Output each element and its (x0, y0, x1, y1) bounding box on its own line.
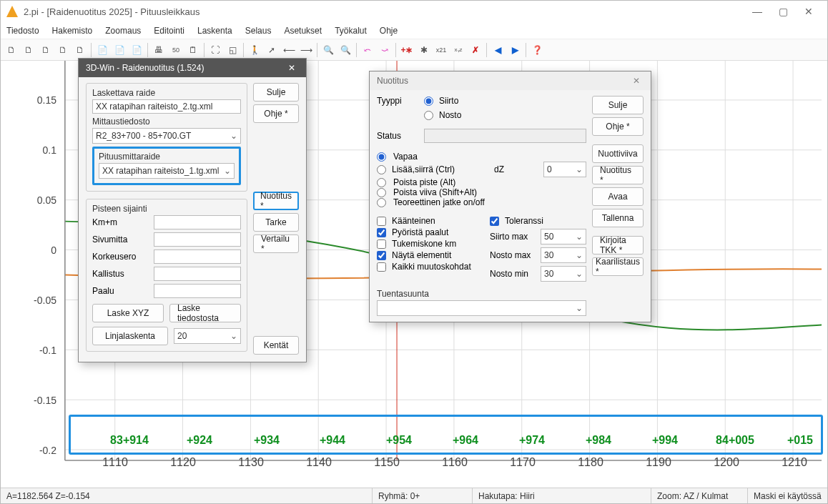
dialog-nuotitus[interactable]: Nuotitus ✕ Tyyppi Siirto Nosto Status Va… (369, 71, 651, 322)
button-lasketied[interactable]: Laske tiedostosta (169, 304, 241, 322)
button-sulje[interactable]: Sulje (592, 96, 644, 114)
tool-redo-icon[interactable]: ⤻ (377, 42, 393, 58)
tool-arrow-right-icon[interactable]: ⟶ (298, 42, 314, 58)
dialog-raidenuotitus[interactable]: 3D-Win - Raidenuotitus (1.524) ✕ Laskett… (78, 58, 307, 362)
radio-siirto[interactable]: Siirto (424, 96, 458, 106)
tool-page2-icon[interactable]: 📄 (112, 42, 127, 58)
tool-doc2-icon[interactable]: 🗋 (72, 42, 88, 58)
tool-doc-icon[interactable]: 🗋 (55, 42, 71, 58)
select-nostomax[interactable]: 30 (541, 247, 586, 263)
radio-poistav[interactable]: Poista viiva (Shift+Alt) (377, 187, 586, 197)
input-kork[interactable] (154, 249, 241, 264)
tool-print-icon[interactable]: 🖶 (151, 42, 167, 58)
tool-cross-icon[interactable]: ✱ (416, 42, 432, 58)
dialog-title[interactable]: Nuotitus ✕ (370, 71, 651, 90)
close-button[interactable]: ✕ (796, 1, 822, 21)
label-sivu: Sivumitta (92, 234, 149, 244)
station: +974 (519, 434, 545, 447)
tool-check-icon[interactable]: ✗ (468, 42, 483, 58)
maximize-button[interactable]: ▢ (770, 1, 796, 21)
menubar: Tiedosto Hakemisto Zoomaus Editointi Las… (1, 22, 827, 39)
button-ohje[interactable]: Ohje * (592, 117, 644, 136)
input-kmm[interactable] (154, 215, 241, 229)
tool-page1-icon[interactable]: 📄 (94, 42, 110, 58)
menu-editointi[interactable]: Editointi (154, 26, 184, 36)
select-linja[interactable]: 20 (174, 328, 241, 344)
menu-tyokalut[interactable]: Työkalut (335, 26, 367, 36)
button-vertailu[interactable]: Vertailu * (253, 234, 299, 253)
button-kaarilistaus[interactable]: Kaarilistaus * (592, 257, 644, 276)
button-kirjoita-tkk[interactable]: Kirjoita TKK * (592, 236, 644, 255)
tool-undo-icon[interactable]: ⤺ (360, 42, 375, 58)
menu-zoomaus[interactable]: Zoomaus (105, 26, 141, 36)
tool-cal-icon[interactable]: 🗒 (185, 42, 201, 58)
check-tuke[interactable]: Tukemiskone km (377, 239, 486, 249)
button-avaa[interactable]: Avaa (592, 187, 644, 206)
tool-plus-icon[interactable]: +∗ (399, 42, 415, 58)
check-nayta[interactable]: Näytä elementit (377, 250, 486, 260)
select-tuent[interactable] (377, 300, 586, 316)
menu-selaus[interactable]: Selaus (245, 26, 272, 36)
close-icon[interactable]: ✕ (629, 76, 644, 86)
tool-arrow-up-icon[interactable]: ➚ (264, 42, 280, 58)
input-paalu[interactable] (154, 284, 241, 298)
minimize-button[interactable]: — (744, 1, 770, 21)
tool-arrow-left-icon[interactable]: ⟵ (281, 42, 297, 58)
button-sulje[interactable]: Sulje (253, 83, 299, 102)
close-icon[interactable]: ✕ (285, 63, 299, 73)
tool-zoom-in-icon[interactable]: 🔍 (337, 42, 353, 58)
tool-zoom-out-icon[interactable]: 🔍 (320, 42, 336, 58)
tool-fit-icon[interactable]: ⛶ (207, 42, 223, 58)
tool-new-icon[interactable]: 🗋 (4, 42, 19, 58)
button-tarke[interactable]: Tarke (253, 213, 299, 232)
radio-nosto[interactable]: Nosto (424, 110, 461, 120)
tool-select-icon[interactable]: ◱ (225, 42, 240, 58)
tool-x21-icon[interactable]: x21 (433, 42, 449, 58)
menu-laskenta[interactable]: Laskenta (197, 26, 232, 36)
check-pyor[interactable]: Pyöristä paalut (377, 227, 486, 237)
menu-asetukset[interactable]: Asetukset (284, 26, 322, 36)
tool-page3-icon[interactable]: 📄 (129, 42, 144, 58)
radio-lisaa[interactable]: Lisää,siirrä (Ctrl) (377, 164, 455, 174)
station: +954 (386, 434, 412, 447)
dialog-title[interactable]: 3D-Win - Raidenuotitus (1.524) ✕ (79, 59, 306, 77)
tool-xyz-icon[interactable]: xᵧz (450, 42, 466, 58)
check-tol[interactable]: Toleranssi (490, 216, 586, 226)
select-nostomin[interactable]: 30 (541, 266, 586, 282)
button-ohje[interactable]: Ohje * (253, 104, 299, 123)
button-nuottiviiva[interactable]: Nuottiviiva (592, 144, 644, 163)
select-dz[interactable]: 0 (543, 162, 586, 177)
dialog-title-text: 3D-Win - Raidenuotitus (1.524) (86, 63, 204, 73)
select-mittaus[interactable]: R2_83+700 - 85+700.GT (92, 128, 241, 144)
radio-vapaa[interactable]: Vapaa (377, 152, 586, 162)
station: 83+914 (110, 434, 149, 447)
button-kentat[interactable]: Kentät (253, 336, 299, 355)
input-sivu[interactable] (154, 232, 241, 247)
button-nuotitus[interactable]: Nuotitus * (592, 166, 644, 184)
station: +015 (787, 434, 813, 447)
select-siirtomax[interactable]: 50 (541, 229, 586, 244)
radio-teor[interactable]: Teoreettinen jatke on/off (377, 197, 586, 207)
tool-play-right-icon[interactable]: ▶ (507, 42, 523, 58)
check-kaant[interactable]: Käänteinen (377, 216, 486, 226)
menu-tiedosto[interactable]: Tiedosto (6, 26, 39, 36)
select-pituus[interactable]: XX ratapihan raiteisto_1.tg.xml (99, 163, 235, 179)
menu-hakemisto[interactable]: Hakemisto (52, 26, 93, 36)
button-tallenna[interactable]: Tallenna (592, 209, 644, 227)
button-laskexyz[interactable]: Laske XYZ (92, 304, 164, 322)
tool-fifty-icon[interactable]: 50 (168, 42, 184, 58)
menu-ohje[interactable]: Ohje (380, 26, 398, 36)
button-nuotitus[interactable]: Nuotitus * (253, 192, 299, 210)
label-dz: dZ (494, 164, 504, 174)
tool-walk-icon[interactable]: 🚶 (247, 42, 262, 58)
button-linja[interactable]: Linjalaskenta (92, 327, 168, 345)
tool-help-icon[interactable]: ❓ (529, 42, 545, 58)
input-kall[interactable] (154, 267, 241, 281)
label-tuent: Tuentasuunta (377, 289, 586, 299)
tool-play-left-icon[interactable]: ◀ (490, 42, 506, 58)
ytick: 0 (14, 244, 56, 256)
check-kaikki[interactable]: Kaikki muutoskohdat (377, 262, 486, 272)
tool-open-icon[interactable]: 🗋 (21, 42, 36, 58)
radio-poistap[interactable]: Poista piste (Alt) (377, 177, 586, 187)
tool-save-icon[interactable]: 🗋 (38, 42, 54, 58)
